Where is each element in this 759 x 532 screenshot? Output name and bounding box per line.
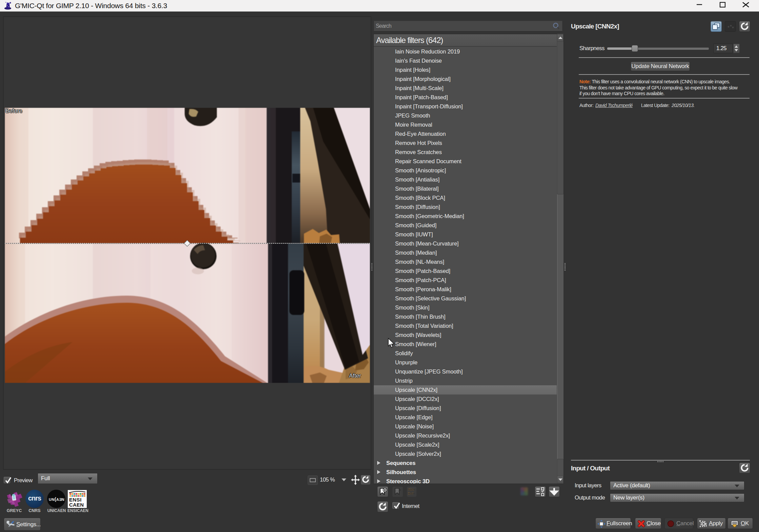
svg-text:CAEN: CAEN (69, 502, 84, 508)
